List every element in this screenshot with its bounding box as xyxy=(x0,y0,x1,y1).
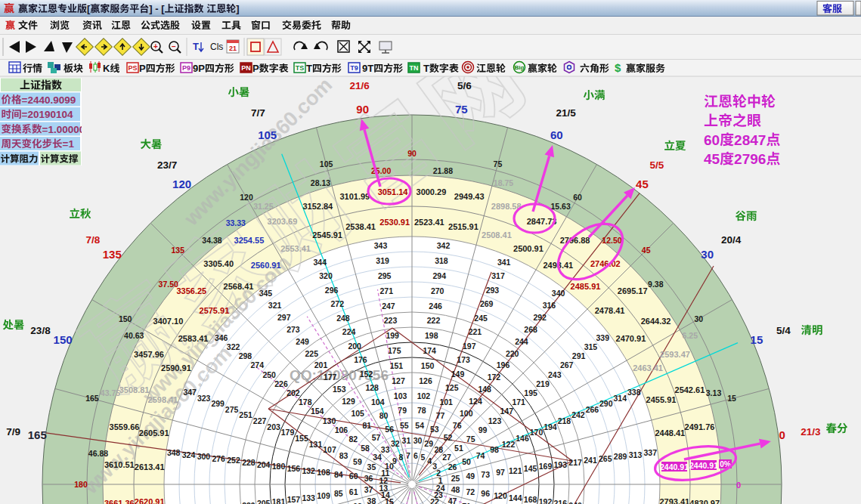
svg-text:149: 149 xyxy=(451,369,465,379)
svg-text:147: 147 xyxy=(500,407,514,416)
svg-text:218: 218 xyxy=(558,416,571,425)
svg-text:50: 50 xyxy=(462,457,471,466)
svg-text:4830.97: 4830.97 xyxy=(689,499,720,504)
svg-text:192: 192 xyxy=(539,497,553,504)
svg-text:+: + xyxy=(153,42,158,51)
svg-text:2793.41: 2793.41 xyxy=(659,497,689,504)
svg-text:36: 36 xyxy=(364,474,373,483)
svg-text:267: 267 xyxy=(560,360,574,369)
svg-text:300: 300 xyxy=(197,452,211,461)
svg-text:9T: 9T xyxy=(362,63,373,74)
svg-text:150: 150 xyxy=(54,333,73,346)
svg-text:60: 60 xyxy=(704,132,720,148)
svg-text:2508.41: 2508.41 xyxy=(482,230,512,240)
svg-text:120: 120 xyxy=(172,178,191,190)
svg-text:150: 150 xyxy=(421,361,435,370)
svg-text:=2440.9099: =2440.9099 xyxy=(22,94,76,106)
svg-text:275: 275 xyxy=(225,405,239,414)
svg-text:21/5: 21/5 xyxy=(556,107,576,119)
svg-text:29: 29 xyxy=(424,439,433,448)
svg-text:2463.41: 2463.41 xyxy=(633,363,663,373)
svg-text:T: T xyxy=(306,63,312,74)
svg-text:45: 45 xyxy=(704,151,720,167)
svg-text:38: 38 xyxy=(367,496,376,504)
svg-text:220: 220 xyxy=(506,349,519,358)
svg-text:2545.91: 2545.91 xyxy=(312,230,342,240)
svg-text:2500.91: 2500.91 xyxy=(513,244,544,253)
svg-text:8: 8 xyxy=(399,453,404,462)
svg-text:61: 61 xyxy=(349,487,358,496)
svg-text:165: 165 xyxy=(85,394,99,403)
svg-text:3254.55: 3254.55 xyxy=(234,236,265,245)
svg-text:197: 197 xyxy=(463,342,476,351)
svg-text:QQ:100807356: QQ:100807356 xyxy=(290,367,389,383)
svg-text:133: 133 xyxy=(302,493,315,502)
svg-text:224: 224 xyxy=(342,327,356,336)
svg-text:37.50: 37.50 xyxy=(159,280,178,289)
svg-text:21: 21 xyxy=(229,45,237,52)
svg-text:296: 296 xyxy=(325,286,339,295)
svg-text:PN: PN xyxy=(241,64,251,72)
svg-text:75: 75 xyxy=(494,159,503,169)
svg-text:180: 180 xyxy=(272,462,286,471)
svg-text:345: 345 xyxy=(259,289,273,298)
svg-text:144: 144 xyxy=(509,493,522,502)
svg-text:2590.91: 2590.91 xyxy=(161,363,191,373)
svg-text:33: 33 xyxy=(381,445,390,454)
svg-text:199: 199 xyxy=(386,331,399,340)
svg-text:2796: 2796 xyxy=(734,151,766,167)
svg-text:5/6: 5/6 xyxy=(457,80,472,91)
svg-text:35: 35 xyxy=(367,462,376,472)
svg-text:121: 121 xyxy=(509,466,522,475)
svg-text:246: 246 xyxy=(429,301,442,311)
svg-text:227: 227 xyxy=(253,416,267,425)
svg-text:152: 152 xyxy=(360,369,373,379)
svg-text:18.75: 18.75 xyxy=(494,178,513,187)
svg-text:340: 340 xyxy=(552,289,565,298)
svg-text:291: 291 xyxy=(572,351,586,360)
svg-text:154: 154 xyxy=(311,407,324,416)
svg-text:176: 176 xyxy=(354,355,367,364)
svg-text:344: 344 xyxy=(314,258,327,267)
svg-text:172: 172 xyxy=(488,373,501,382)
svg-text:51: 51 xyxy=(454,444,463,453)
svg-text:2478.41: 2478.41 xyxy=(595,306,625,315)
svg-text:347: 347 xyxy=(183,388,197,397)
svg-text:6: 6 xyxy=(413,451,418,460)
svg-text:3: 3 xyxy=(432,462,437,471)
svg-text:103: 103 xyxy=(394,391,407,400)
svg-text:155: 155 xyxy=(295,434,308,443)
svg-text:105: 105 xyxy=(351,409,364,418)
svg-text:120: 120 xyxy=(240,193,253,202)
svg-text:201: 201 xyxy=(314,360,328,369)
svg-text:272: 272 xyxy=(331,299,345,308)
svg-text:289: 289 xyxy=(614,452,627,461)
svg-text:202: 202 xyxy=(286,388,300,397)
svg-text:25: 25 xyxy=(451,474,460,483)
svg-text:2455.91: 2455.91 xyxy=(646,395,677,404)
svg-text:]: ] xyxy=(236,3,239,14)
svg-text:5/4: 5/4 xyxy=(776,325,791,336)
svg-text:7: 7 xyxy=(406,451,410,460)
svg-text:181: 181 xyxy=(272,497,286,504)
svg-text:3305.40: 3305.40 xyxy=(203,259,234,268)
svg-text:299: 299 xyxy=(211,399,225,408)
svg-text:273: 273 xyxy=(286,325,300,334)
svg-text:2949.43: 2949.43 xyxy=(454,192,485,201)
svg-text:31: 31 xyxy=(402,436,411,445)
svg-text:3051.14: 3051.14 xyxy=(378,187,409,196)
svg-text:321: 321 xyxy=(268,301,282,310)
svg-text:120: 120 xyxy=(494,491,507,500)
svg-text:168: 168 xyxy=(524,495,537,504)
svg-text:82: 82 xyxy=(348,434,358,444)
svg-text:2542.61: 2542.61 xyxy=(675,385,705,394)
svg-text:252: 252 xyxy=(227,456,240,465)
svg-text:240: 240 xyxy=(568,501,582,504)
svg-text:98: 98 xyxy=(490,445,499,454)
svg-text:195: 195 xyxy=(524,388,537,397)
svg-text:75: 75 xyxy=(466,434,475,444)
svg-text:203: 203 xyxy=(267,422,280,431)
svg-text:316: 316 xyxy=(543,301,556,310)
svg-text:73: 73 xyxy=(481,470,490,479)
svg-text:127: 127 xyxy=(392,376,405,385)
